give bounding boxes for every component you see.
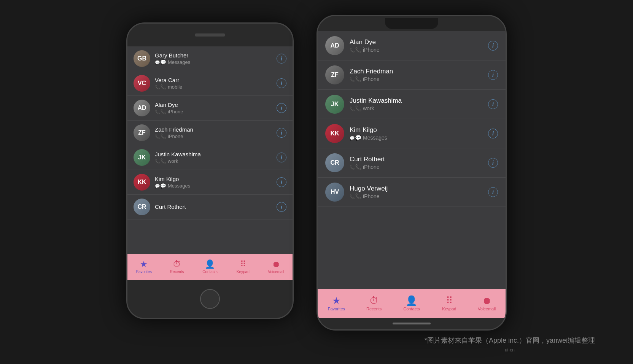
iphonex-top-bar [318, 16, 506, 31]
contact-avatar: JK [325, 95, 344, 114]
contact-detail: 📞 iPhone [350, 47, 483, 53]
phone-icon: 📞 [155, 109, 166, 114]
tab-recents[interactable]: ⏱Recents [161, 260, 194, 274]
iphonex-bottom-bar [318, 318, 506, 329]
contact-item[interactable]: HVHugo Verweij📞 iPhonei [318, 178, 506, 207]
tab-contacts[interactable]: 👤Contacts [393, 296, 431, 311]
tab-favorites[interactable]: ★Favorites [127, 260, 161, 274]
contact-info: Justin Kawashima📞 work [350, 97, 483, 111]
phone-icon: 📞 [350, 47, 361, 53]
info-button[interactable]: i [488, 158, 498, 168]
contact-item[interactable]: JKJustin Kawashima📞 worki [127, 145, 293, 170]
info-button[interactable]: i [488, 129, 498, 138]
contact-detail: 📞 iPhone [155, 134, 272, 139]
contact-avatar: JK [134, 149, 150, 166]
contact-name: Zach Friedman [155, 126, 272, 133]
contact-name: Kim Kilgo [155, 176, 272, 182]
tab-keypad[interactable]: ⠿Keypad [226, 260, 259, 274]
info-button[interactable]: i [277, 202, 286, 212]
contact-info: Kim Kilgo💬 Messages [155, 176, 272, 189]
contact-item[interactable]: CRCurt Rothert📞 iPhonei [318, 148, 506, 178]
tab-recents-icon: ⏱ [173, 260, 181, 269]
iphone7-bottom-bar [127, 280, 293, 318]
tab-keypad-icon: ⠿ [240, 260, 246, 269]
tab-voicemail-label: Voicemail [478, 307, 496, 311]
info-button[interactable]: i [488, 41, 498, 51]
contact-avatar: CR [325, 153, 344, 172]
contact-detail: 💬 Messages [155, 59, 272, 65]
info-button[interactable]: i [277, 54, 286, 64]
tab-recents-icon: ⏱ [369, 296, 379, 305]
tab-contacts-label: Contacts [403, 307, 420, 311]
contact-item[interactable]: ADAlan Dye📞 iPhonei [127, 96, 293, 121]
tab-favorites-icon: ★ [140, 260, 148, 269]
home-indicator [393, 323, 431, 324]
contact-detail: 📞 iPhone [155, 109, 272, 114]
contact-item[interactable]: GBGary Butcher💬 Messagesi [127, 46, 293, 71]
contact-item[interactable]: VCVera Carr📞 mobilei [127, 71, 293, 96]
contact-detail: 📞 iPhone [350, 164, 483, 170]
contact-item[interactable]: ZFZach Friedman📞 iPhonei [127, 121, 293, 145]
contact-name: Vera Carr [155, 77, 272, 83]
iphone7-content: GBGary Butcher💬 MessagesiVCVera Carr📞 mo… [127, 46, 293, 280]
contact-name: Alan Dye [350, 38, 483, 46]
contact-item[interactable]: CRCurt Rotherti [127, 195, 293, 219]
contact-item[interactable]: JKJustin Kawashima📞 worki [318, 90, 506, 119]
contact-name: Justin Kawashima [350, 97, 483, 105]
tab-voicemail-icon: ⏺ [272, 260, 280, 269]
contact-avatar: KK [325, 124, 344, 143]
tab-recents[interactable]: ⏱Recents [355, 296, 393, 311]
info-button[interactable]: i [488, 99, 498, 109]
home-button[interactable] [200, 289, 220, 309]
info-button[interactable]: i [277, 128, 286, 138]
phone-icon: 📞 [155, 158, 166, 164]
tab-voicemail[interactable]: ⏺Voicemail [259, 260, 293, 274]
info-button[interactable]: i [277, 103, 286, 113]
contact-info: Alan Dye📞 iPhone [155, 102, 272, 114]
info-button[interactable]: i [277, 78, 286, 88]
phone-icon: 📞 [350, 105, 361, 111]
contact-detail: 📞 mobile [155, 84, 272, 90]
message-icon: 💬 [155, 183, 166, 189]
contact-info: Zach Friedman📞 iPhone [350, 68, 483, 82]
contact-avatar: ZF [134, 124, 150, 141]
contact-avatar: AD [134, 100, 150, 116]
tab-contacts[interactable]: 👤Contacts [194, 260, 227, 274]
contact-item[interactable]: KKKim Kilgo💬 Messagesi [127, 170, 293, 195]
info-button[interactable]: i [488, 187, 498, 197]
tab-keypad[interactable]: ⠿Keypad [430, 296, 468, 311]
right-contacts-list: ADAlan Dye📞 iPhoneiZFZach Friedman📞 iPho… [318, 31, 506, 289]
contact-name: Hugo Verweij [350, 185, 483, 192]
info-button[interactable]: i [488, 70, 498, 80]
iphonex-content: ADAlan Dye📞 iPhoneiZFZach Friedman📞 iPho… [318, 31, 506, 318]
tab-voicemail[interactable]: ⏺Voicemail [468, 296, 506, 311]
phone-icon: 📞 [350, 193, 361, 199]
iphonex-device: ADAlan Dye📞 iPhoneiZFZach Friedman📞 iPho… [316, 15, 507, 331]
info-button[interactable]: i [277, 153, 286, 162]
message-icon: 💬 [155, 59, 166, 65]
contact-detail: 📞 work [155, 158, 272, 164]
scene: GBGary Butcher💬 MessagesiVCVera Carr📞 mo… [126, 22, 507, 331]
contact-item[interactable]: ZFZach Friedman📞 iPhonei [318, 60, 506, 90]
iphone7-screen: GBGary Butcher💬 MessagesiVCVera Carr📞 mo… [127, 46, 293, 280]
tab-bar: ★Favorites⏱Recents👤Contacts⠿Keypad⏺Voice… [127, 254, 293, 280]
iphone7-speaker [195, 33, 225, 37]
tab-favorites[interactable]: ★Favorites [318, 296, 355, 311]
contact-info: Curt Rothert [155, 203, 272, 210]
phone-icon: 📞 [350, 164, 361, 170]
contact-item[interactable]: ADAlan Dye📞 iPhonei [318, 31, 506, 60]
contact-name: Gary Butcher [155, 52, 272, 59]
tab-favorites-label: Favorites [136, 270, 152, 274]
contact-name: Justin Kawashima [155, 151, 272, 157]
tab-bar: ★Favorites⏱Recents👤Contacts⠿Keypad⏺Voice… [318, 289, 506, 318]
contact-avatar: VC [134, 75, 150, 92]
contact-name: Curt Rothert [350, 156, 483, 163]
contact-avatar: AD [325, 36, 344, 55]
tab-voicemail-label: Voicemail [268, 270, 284, 274]
watermark-text: *图片素材来自苹果（Apple inc.）官网，yanwei编辑整理 [425, 336, 595, 345]
tab-contacts-icon: 👤 [406, 296, 417, 305]
contact-item[interactable]: KKKim Kilgo💬 Messagesi [318, 119, 506, 148]
phone-icon: 📞 [155, 134, 166, 139]
info-button[interactable]: i [277, 177, 286, 187]
iphonex-notch [385, 18, 438, 29]
